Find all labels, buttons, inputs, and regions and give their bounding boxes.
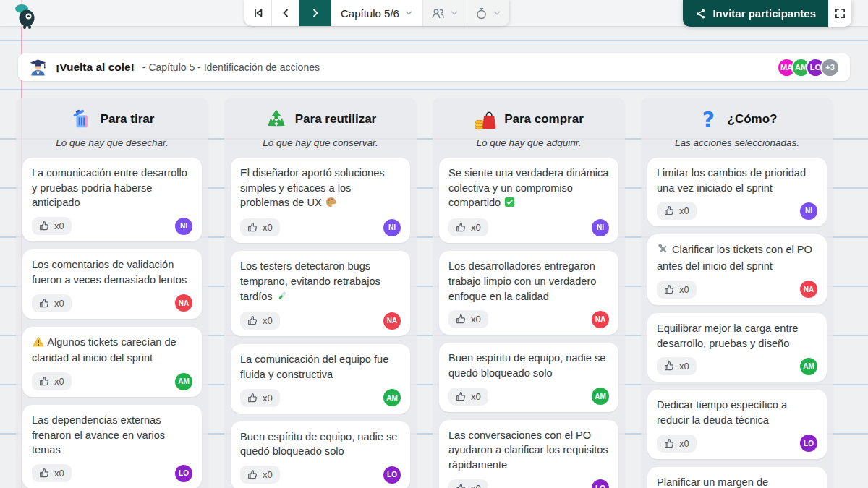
card-author-avatar[interactable]: LO xyxy=(383,466,401,484)
card-author-avatar[interactable]: AM xyxy=(800,358,817,375)
vote-button[interactable]: x0 xyxy=(240,218,280,236)
chapter-selector[interactable]: Capítulo 5/6 xyxy=(331,0,423,26)
warning-icon xyxy=(33,336,44,351)
card[interactable]: Dedicar tiempo específico a reducir la d… xyxy=(647,390,827,458)
vote-button[interactable]: x0 xyxy=(240,466,280,484)
card[interactable]: Buen espíritu de equipo, nadie se quedó … xyxy=(231,421,410,488)
vote-button[interactable]: x0 xyxy=(657,357,697,375)
vote-button[interactable]: x0 xyxy=(448,479,488,488)
card-author-avatar[interactable]: NA xyxy=(592,311,609,328)
next-chapter-button[interactable] xyxy=(299,0,331,26)
card-text: Limitar los cambios de prioridad una vez… xyxy=(657,166,817,195)
card-author-avatar[interactable]: NI xyxy=(800,202,817,220)
card-author-avatar[interactable]: LO xyxy=(592,479,609,488)
thumbs-up-icon xyxy=(664,284,675,295)
vote-button[interactable]: x0 xyxy=(32,294,72,312)
card[interactable]: Limitar los cambios de prioridad una vez… xyxy=(647,158,827,226)
vote-button[interactable]: x0 xyxy=(657,202,697,220)
check-mark-icon xyxy=(504,197,515,212)
vote-button[interactable]: x0 xyxy=(240,389,280,407)
vote-button[interactable]: x0 xyxy=(657,435,697,453)
invite-participants-button[interactable]: Invitar participantes xyxy=(683,0,828,27)
thumbs-up-icon xyxy=(664,438,675,449)
previous-chapter-button[interactable] xyxy=(272,0,299,26)
shopping-bag-icon xyxy=(474,108,497,131)
skip-to-start-button[interactable] xyxy=(244,0,272,26)
skip-to-start-icon xyxy=(252,7,264,19)
vote-button[interactable]: x0 xyxy=(32,464,72,482)
card-footer: x0NI xyxy=(240,218,401,236)
vote-button[interactable]: x0 xyxy=(448,388,488,406)
card[interactable]: Algunos tickets carecían de claridad al … xyxy=(22,327,202,397)
vote-count: x0 xyxy=(54,376,64,387)
card[interactable]: Los testers detectaron bugs temprano, ev… xyxy=(231,251,410,336)
card[interactable]: El diseñador aportó soluciones simples y… xyxy=(231,158,410,243)
card[interactable]: Equilibrar mejor la carga entre desarrol… xyxy=(647,313,827,382)
retro-title: ¡Vuelta al cole! xyxy=(56,61,135,74)
card-author-avatar[interactable]: NI xyxy=(383,219,401,236)
card[interactable]: Las conversaciones con el PO ayudaron a … xyxy=(439,420,618,488)
chevron-down-icon xyxy=(493,9,501,17)
card[interactable]: Los comentarios de validación fueron a v… xyxy=(22,249,202,318)
card-list: Limitar los cambios de prioridad una vez… xyxy=(647,158,827,488)
student-icon xyxy=(28,58,48,77)
card-author-avatar[interactable]: LO xyxy=(800,435,817,452)
card[interactable]: Las dependencias externas frenaron el av… xyxy=(22,405,202,488)
card-footer: x0NA xyxy=(448,310,609,328)
card[interactable]: La comunicación entre desarrollo y prueb… xyxy=(22,158,202,241)
card-author-avatar[interactable]: NA xyxy=(175,294,192,312)
thumbs-up-icon xyxy=(456,314,467,325)
invite-participants-label: Invitar participantes xyxy=(712,7,816,20)
card-footer: x0AM xyxy=(448,388,609,406)
thumbs-up-icon xyxy=(247,222,258,233)
vote-button[interactable]: x0 xyxy=(448,310,488,328)
card-author-avatar[interactable]: AM xyxy=(383,389,401,406)
card-author-avatar[interactable]: AM xyxy=(592,388,609,405)
column-title: Para comprar xyxy=(504,112,584,127)
vote-count: x0 xyxy=(679,284,689,295)
card-author-avatar[interactable]: AM xyxy=(175,373,192,390)
card-author-avatar[interactable]: NA xyxy=(383,312,401,330)
vote-button[interactable]: x0 xyxy=(32,372,72,390)
chapter-label: Capítulo 5/6 xyxy=(341,7,399,20)
vote-button[interactable]: x0 xyxy=(448,218,488,236)
card[interactable]: Se siente una verdadera dinámica colecti… xyxy=(439,158,618,243)
timer-menu[interactable] xyxy=(467,0,509,26)
vote-count: x0 xyxy=(54,298,64,309)
card-footer: x0NA xyxy=(32,294,192,312)
vote-count: x0 xyxy=(679,438,689,449)
participants-menu[interactable] xyxy=(423,0,467,26)
card[interactable]: Los desarrolladores entregaron trabajo l… xyxy=(439,251,618,335)
avatar-overflow-badge[interactable]: +3 xyxy=(820,58,840,77)
column-subtitle: Lo que hay que adquirir. xyxy=(439,137,618,148)
vote-count: x0 xyxy=(263,315,273,326)
card[interactable]: La comunicación del equipo fue fluida y … xyxy=(231,344,410,413)
card-author-avatar[interactable]: NA xyxy=(800,281,817,298)
card[interactable]: Planificar un margen de seguridad en el … xyxy=(647,467,827,488)
chevron-down-icon xyxy=(404,9,413,17)
column-subtitle: Lo que hay que desechar. xyxy=(22,137,202,148)
card[interactable]: Buen espíritu de equipo, nadie se quedó … xyxy=(439,343,618,411)
card[interactable]: Clarificar los tickets con el PO antes d… xyxy=(647,234,827,304)
thumbs-up-icon xyxy=(456,483,467,488)
share-icon xyxy=(695,8,706,20)
thumbs-up-icon xyxy=(664,361,675,372)
card-author-avatar[interactable]: NI xyxy=(175,218,192,235)
column-header: Para tirar xyxy=(22,107,202,132)
card-author-avatar[interactable]: LO xyxy=(175,465,192,482)
vote-button[interactable]: x0 xyxy=(240,312,280,330)
column-title: ¿Cómo? xyxy=(728,112,778,127)
vote-count: x0 xyxy=(471,483,481,488)
card-text: La comunicación entre desarrollo y prueb… xyxy=(32,166,192,210)
card-footer: x0AM xyxy=(240,389,401,407)
card-footer: x0LO xyxy=(32,464,192,482)
vote-button[interactable]: x0 xyxy=(32,217,72,235)
question-mark-icon: ? xyxy=(697,108,720,131)
card-author-avatar[interactable]: NI xyxy=(592,219,609,236)
thumbs-up-icon xyxy=(664,205,675,216)
timer-icon xyxy=(475,7,488,20)
vote-button[interactable]: x0 xyxy=(657,281,697,299)
fullscreen-button[interactable] xyxy=(828,0,851,27)
card-footer: x0LO xyxy=(240,466,401,484)
card-footer: x0NI xyxy=(448,218,609,236)
